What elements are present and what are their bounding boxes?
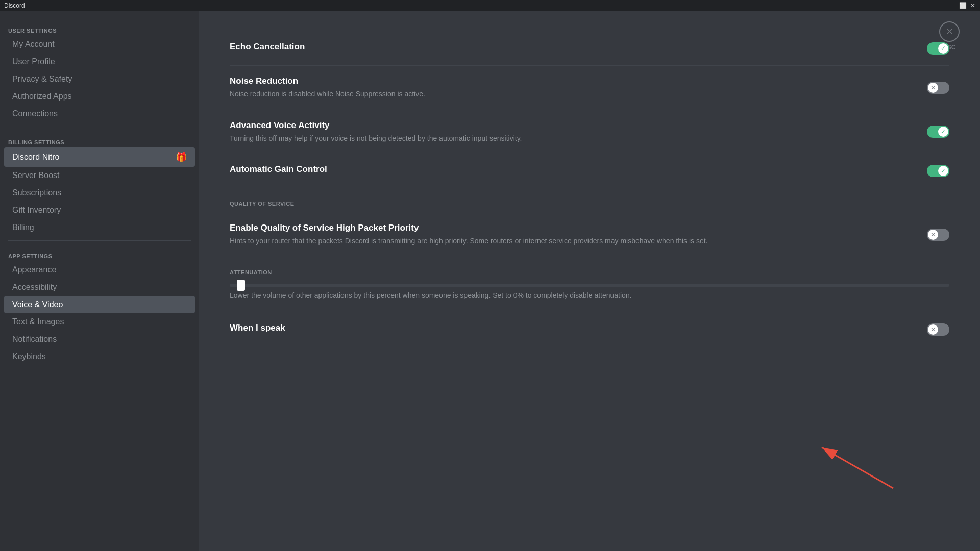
quality-of-service-header: QUALITY OF SERVICE (230, 201, 949, 207)
window-controls: — ⬜ ✕ (949, 3, 976, 9)
when-i-speak-info: When I speak (230, 323, 927, 336)
advanced-voice-activity-desc: Turning this off may help if your voice … (230, 134, 906, 144)
sidebar-item-server-boost[interactable]: Server Boost (4, 167, 195, 184)
noise-reduction-row: Noise Reduction Noise reduction is disab… (230, 66, 949, 110)
qos-info: Enable Quality of Service High Packet Pr… (230, 223, 927, 246)
echo-cancellation-toggle[interactable]: ✓ (927, 42, 949, 55)
check-icon: ✓ (941, 128, 946, 135)
advanced-voice-activity-row: Advanced Voice Activity Turning this off… (230, 110, 949, 155)
main-content: ✕ ESC Echo Cancellation ✓ Noise Reductio… (199, 11, 980, 551)
toggle-knob: ✓ (938, 166, 948, 176)
x-icon: ✕ (930, 84, 936, 91)
sidebar-item-user-profile[interactable]: User Profile (4, 53, 195, 70)
sidebar-item-label: Privacy & Safety (12, 74, 72, 84)
toggle-knob: ✓ (938, 127, 948, 137)
sidebar-item-voice-video[interactable]: Voice & Video (4, 296, 195, 313)
advanced-voice-activity-title: Advanced Voice Activity (230, 120, 906, 131)
red-arrow-svg (806, 437, 898, 498)
esc-circle-icon: ✕ (939, 21, 960, 42)
sidebar-item-privacy-safety[interactable]: Privacy & Safety (4, 70, 195, 88)
sidebar-item-my-account[interactable]: My Account (4, 36, 195, 53)
sidebar-item-label: Keybinds (12, 352, 46, 361)
sidebar-divider-1 (8, 127, 191, 127)
slider-track (230, 284, 949, 287)
sidebar-item-label: Text & Images (12, 317, 64, 327)
sidebar-item-label: Server Boost (12, 171, 59, 180)
echo-cancellation-title: Echo Cancellation (230, 42, 906, 52)
sidebar-item-billing[interactable]: Billing (4, 219, 195, 236)
qos-toggle[interactable]: ✕ (927, 229, 949, 241)
attenuation-slider-container (230, 284, 949, 287)
attenuation-header: ATTENUATION (230, 269, 949, 276)
toggle-knob: ✕ (928, 324, 938, 335)
noise-reduction-info: Noise Reduction Noise reduction is disab… (230, 76, 927, 99)
sidebar-item-label: Connections (12, 109, 58, 118)
sidebar-item-label: Authorized Apps (12, 92, 72, 101)
toggle-knob: ✓ (938, 43, 948, 54)
echo-cancellation-info: Echo Cancellation (230, 42, 927, 55)
sidebar-item-text-images[interactable]: Text & Images (4, 313, 195, 331)
sidebar-item-label: Billing (12, 223, 34, 232)
sidebar: USER SETTINGS My Account User Profile Pr… (0, 11, 199, 551)
noise-reduction-toggle[interactable]: ✕ (927, 82, 949, 94)
minimize-button[interactable]: — (949, 3, 955, 9)
app-body: USER SETTINGS My Account User Profile Pr… (0, 11, 980, 551)
advanced-voice-activity-info: Advanced Voice Activity Turning this off… (230, 120, 927, 144)
sidebar-item-label: Subscriptions (12, 188, 61, 197)
qos-row: Enable Quality of Service High Packet Pr… (230, 213, 949, 257)
sidebar-item-subscriptions[interactable]: Subscriptions (4, 184, 195, 202)
sidebar-item-notifications[interactable]: Notifications (4, 331, 195, 348)
noise-reduction-title: Noise Reduction (230, 76, 906, 86)
automatic-gain-control-row: Automatic Gain Control ✓ (230, 154, 949, 188)
svg-line-1 (822, 447, 893, 488)
advanced-voice-activity-toggle[interactable]: ✓ (927, 126, 949, 138)
sidebar-item-keybinds[interactable]: Keybinds (4, 348, 195, 365)
sidebar-item-label: Notifications (12, 335, 57, 344)
attenuation-desc: Lower the volume of other applications b… (230, 291, 949, 301)
sidebar-divider-2 (8, 240, 191, 241)
sidebar-item-discord-nitro[interactable]: Discord Nitro 🎁 (4, 147, 195, 167)
sidebar-item-label: Discord Nitro (12, 153, 59, 162)
when-i-speak-toggle[interactable]: ✕ (927, 323, 949, 336)
sidebar-item-label: User Profile (12, 57, 55, 66)
app-settings-label: APP SETTINGS (0, 245, 199, 261)
sidebar-item-accessibility[interactable]: Accessibility (4, 279, 195, 296)
sidebar-item-label: Voice & Video (12, 300, 63, 309)
qos-title: Enable Quality of Service High Packet Pr… (230, 223, 906, 233)
automatic-gain-control-info: Automatic Gain Control (230, 164, 927, 178)
sidebar-item-connections[interactable]: Connections (4, 105, 195, 122)
noise-reduction-desc: Noise reduction is disabled while Noise … (230, 89, 906, 99)
app-title: Discord (4, 2, 25, 9)
user-settings-label: USER SETTINGS (0, 19, 199, 36)
when-i-speak-row: When I speak ✕ (230, 313, 949, 346)
sidebar-item-label: My Account (12, 40, 55, 49)
sidebar-item-label: Appearance (12, 265, 56, 274)
x-icon: ✕ (930, 326, 936, 333)
titlebar: Discord — ⬜ ✕ (0, 0, 980, 11)
slider-thumb[interactable] (237, 280, 245, 291)
when-i-speak-title: When I speak (230, 323, 906, 333)
echo-cancellation-row: Echo Cancellation ✓ (230, 32, 949, 66)
arrow-annotation (806, 437, 898, 500)
toggle-knob: ✕ (928, 230, 938, 240)
billing-settings-label: BILLING SETTINGS (0, 131, 199, 147)
automatic-gain-control-title: Automatic Gain Control (230, 164, 906, 174)
check-icon: ✓ (941, 167, 946, 174)
x-icon: ✕ (930, 231, 936, 238)
close-button[interactable]: ✕ (970, 3, 976, 9)
sidebar-item-gift-inventory[interactable]: Gift Inventory (4, 202, 195, 219)
toggle-knob: ✕ (928, 83, 938, 93)
gift-icon: 🎁 (176, 152, 187, 163)
sidebar-item-label: Accessibility (12, 283, 57, 292)
check-icon: ✓ (941, 45, 946, 52)
qos-desc: Hints to your router that the packets Di… (230, 236, 906, 246)
sidebar-item-appearance[interactable]: Appearance (4, 261, 195, 279)
maximize-button[interactable]: ⬜ (960, 3, 966, 9)
automatic-gain-control-toggle[interactable]: ✓ (927, 165, 949, 177)
sidebar-item-authorized-apps[interactable]: Authorized Apps (4, 88, 195, 105)
sidebar-item-label: Gift Inventory (12, 206, 61, 215)
